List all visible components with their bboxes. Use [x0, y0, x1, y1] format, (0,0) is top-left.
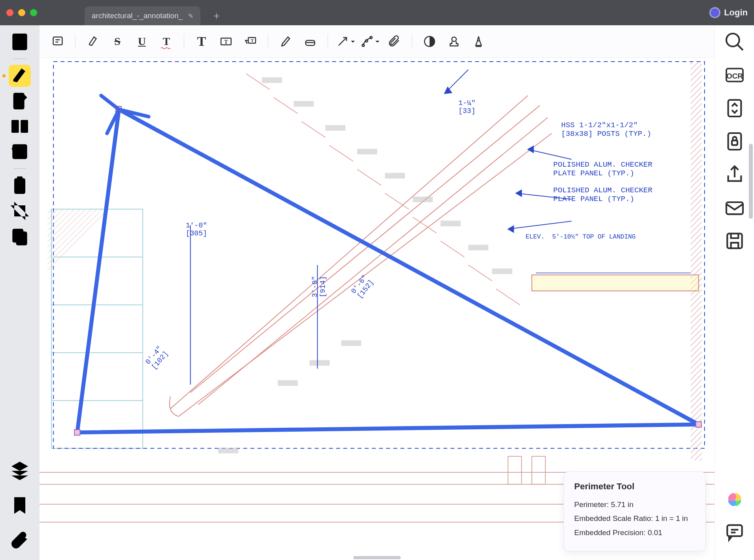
share-icon[interactable] [724, 163, 746, 186]
user-avatar-icon [710, 8, 720, 18]
svg-rect-86 [732, 141, 737, 145]
dimension-label: 1-¼" [33] [458, 99, 475, 115]
rail-separator [13, 58, 26, 59]
svg-text:▒▒▒▒▒▒▒: ▒▒▒▒▒▒▒ [492, 268, 513, 274]
svg-line-64 [508, 221, 572, 229]
search-icon[interactable] [724, 31, 746, 53]
svg-rect-6 [17, 177, 23, 180]
svg-line-34 [171, 96, 528, 408]
dimension-label: 1'-0" [305] [186, 222, 207, 237]
shape-tool-icon[interactable] [359, 30, 381, 53]
reader-mode-icon[interactable] [9, 141, 31, 163]
arrow-tool-icon[interactable] [334, 30, 356, 53]
svg-text:▒▒▒▒▒▒▒: ▒▒▒▒▒▒▒ [262, 77, 283, 83]
highlight-text-icon[interactable] [82, 30, 104, 53]
svg-line-44 [496, 289, 520, 305]
attach-file-icon[interactable] [383, 30, 405, 53]
note-label: POLISHED ALUM. CHECKER PLATE PANEL (TYP.… [553, 160, 652, 178]
svg-marker-65 [508, 226, 514, 232]
note-icon[interactable] [47, 30, 69, 53]
svg-point-17 [366, 39, 368, 42]
text-tool-icon[interactable]: T [190, 30, 213, 53]
perimeter-label: Perimeter: [574, 500, 609, 509]
document-area: S U T T T T [40, 25, 714, 560]
horizontal-scrollbar[interactable] [353, 556, 401, 559]
svg-line-72 [101, 96, 119, 109]
mail-icon[interactable] [724, 197, 746, 219]
svg-text:▒▒▒▒▒▒▒: ▒▒▒▒▒▒▒ [278, 380, 298, 386]
svg-marker-63 [516, 190, 522, 196]
window-controls [6, 9, 37, 16]
comment-panel-icon[interactable] [724, 521, 746, 543]
layers-icon[interactable] [9, 459, 31, 481]
clipboard-icon[interactable] [9, 175, 31, 197]
svg-rect-71 [696, 422, 701, 427]
eraser-icon[interactable] [299, 30, 321, 53]
rename-tab-icon[interactable]: ✎ [188, 12, 193, 20]
svg-line-40 [385, 193, 409, 209]
svg-marker-61 [528, 146, 533, 152]
svg-marker-67 [445, 87, 452, 94]
svg-rect-85 [728, 133, 741, 150]
save-icon[interactable] [724, 230, 746, 252]
svg-text:▒▒▒▒▒▒▒: ▒▒▒▒▒▒▒ [309, 360, 330, 366]
svg-text:▒▒▒▒▒▒▒: ▒▒▒▒▒▒▒ [218, 447, 239, 453]
titlebar: architectural_-_annotation_ ✎ ＋ Login [0, 0, 754, 25]
svg-rect-80 [532, 457, 545, 485]
svg-line-39 [357, 169, 381, 185]
edit-notes-icon[interactable] [9, 90, 31, 112]
elevation-label: ELEV. 5'-10½" TOP OF LANDING [526, 233, 635, 241]
panel-title: Perimeter Tool [574, 481, 695, 492]
highlighter-icon[interactable] [9, 65, 31, 87]
compare-icon[interactable] [9, 115, 31, 137]
squiggly-icon[interactable]: T [155, 30, 177, 53]
svg-rect-8 [16, 231, 27, 245]
crop-icon[interactable] [9, 200, 31, 222]
document-tab-title: architectural_-_annotation_ [92, 11, 183, 20]
svg-rect-9 [53, 37, 62, 45]
vertical-scrollbar[interactable] [749, 144, 753, 219]
right-sidebar: OCR [714, 25, 754, 560]
document-tab[interactable]: architectural_-_annotation_ ✎ [85, 6, 200, 25]
perimeter-value: 5.71 in [611, 500, 633, 509]
callout-text-icon[interactable]: T [239, 30, 262, 53]
thumbnails-icon[interactable] [9, 31, 31, 53]
svg-rect-79 [508, 457, 522, 485]
login-button[interactable]: Login [710, 8, 748, 18]
password-icon[interactable] [724, 130, 746, 152]
attachment-icon[interactable] [9, 530, 31, 552]
svg-line-42 [441, 241, 464, 257]
svg-line-60 [528, 149, 572, 159]
textbox-icon[interactable]: T [215, 30, 237, 53]
dimension-label: 3'-0" [914] [311, 276, 327, 297]
strikethrough-icon[interactable]: S [106, 30, 128, 53]
underline-icon[interactable]: U [131, 30, 153, 53]
bookmark-icon[interactable] [9, 494, 31, 517]
svg-rect-0 [12, 34, 27, 50]
copy-pages-icon[interactable] [9, 225, 31, 247]
svg-rect-5 [14, 178, 25, 194]
svg-rect-3 [21, 120, 28, 133]
pen-icon[interactable] [275, 30, 297, 53]
stamp-icon[interactable] [443, 30, 465, 53]
svg-text:OCR: OCR [726, 72, 743, 80]
close-window-button[interactable] [6, 9, 13, 16]
signature-icon[interactable] [467, 30, 490, 53]
opacity-icon[interactable] [418, 30, 441, 53]
left-sidebar [0, 25, 40, 560]
zoom-window-button[interactable] [30, 9, 37, 16]
convert-icon[interactable] [724, 97, 746, 119]
svg-rect-70 [74, 430, 80, 435]
new-tab-button[interactable]: ＋ [211, 9, 222, 23]
svg-text:▒▒▒▒▒▒▒: ▒▒▒▒▒▒▒ [468, 244, 489, 250]
svg-rect-84 [728, 100, 741, 117]
svg-rect-28 [691, 62, 702, 460]
ocr-icon[interactable]: OCR [724, 64, 746, 86]
minimize-window-button[interactable] [18, 9, 25, 16]
brand-logo[interactable] [728, 493, 741, 506]
document-canvas[interactable]: ▒▒▒▒▒▒▒ ▒▒▒▒▒▒▒ ▒▒▒▒▒▒▒ ▒▒▒▒▒▒▒ ▒▒▒▒▒▒▒ … [40, 58, 714, 560]
svg-line-43 [468, 265, 492, 281]
annotation-toolbar: S U T T T T [40, 25, 714, 58]
svg-line-37 [302, 122, 325, 137]
svg-point-81 [726, 34, 739, 47]
